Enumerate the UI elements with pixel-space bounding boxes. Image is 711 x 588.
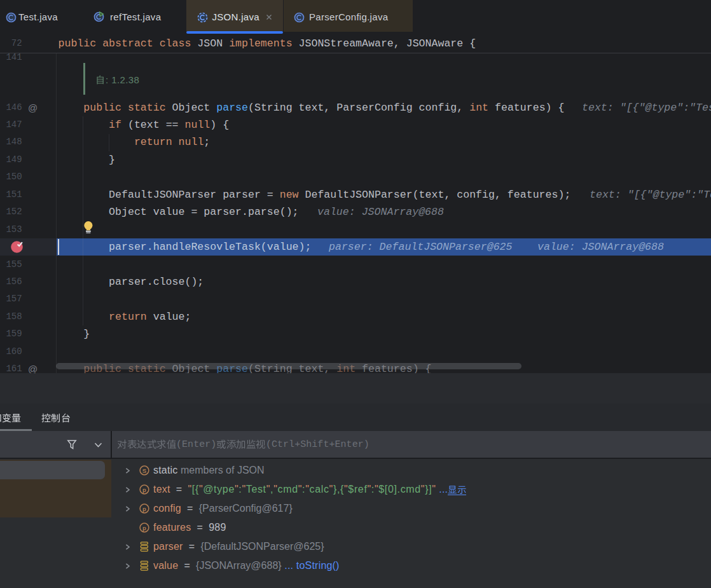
svg-text:p: p [142, 505, 146, 512]
svg-text:p: p [142, 486, 146, 493]
svg-text:S: S [142, 467, 147, 474]
svg-text:p: p [142, 524, 146, 531]
